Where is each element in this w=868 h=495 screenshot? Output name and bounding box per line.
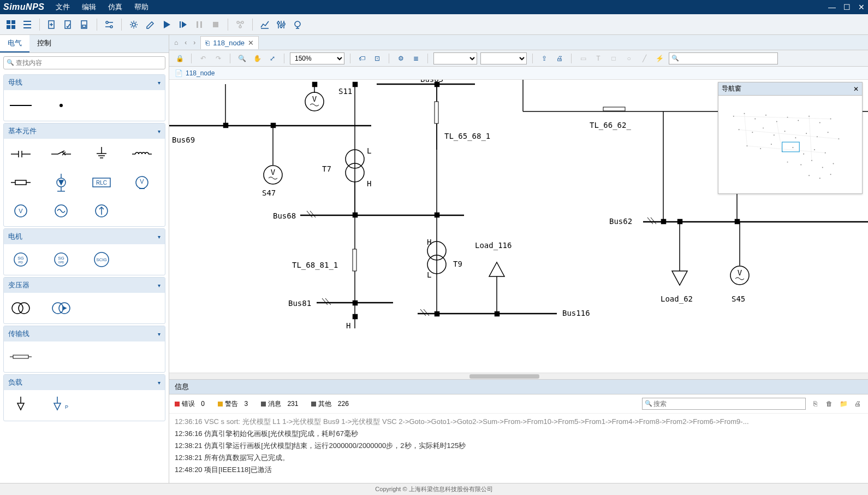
svg-line-166 [651,217,656,224]
target-icon[interactable]: ⊡ [371,52,383,64]
tab-electrical[interactable]: 电气 [0,35,29,52]
stop-icon[interactable] [209,18,222,31]
comp-sg1[interactable]: SGPD [7,249,34,270]
lock-icon[interactable]: 🔒 [174,52,186,64]
redo-icon[interactable]: ↷ [212,52,224,64]
comp-rlc[interactable]: RLC [88,172,115,193]
comp-loadcvp[interactable]: P [47,394,75,416]
category-machine[interactable]: 电机▾ [4,229,165,244]
comp-acsource[interactable] [47,200,75,222]
svg-point-200 [803,154,804,155]
step-icon[interactable] [176,18,189,31]
horizontal-scrollbar[interactable] [169,373,868,379]
comp-node[interactable] [47,95,75,116]
search-icon: 🔍 [7,59,14,66]
pause-icon[interactable] [193,18,206,31]
chart-icon[interactable] [258,18,271,31]
nav-close-icon[interactable]: ✕ [853,85,859,93]
list-icon[interactable] [21,18,34,31]
category-transformer[interactable]: 变压器▾ [4,278,165,293]
print-icon[interactable]: 🖨 [554,52,566,64]
navigation-window[interactable]: 导航窗✕ [718,82,863,194]
undo-icon[interactable]: ↶ [197,52,209,64]
new-file-icon[interactable] [45,18,58,31]
sliders-icon[interactable] [275,18,288,31]
export-icon[interactable]: ⇪ [538,52,550,64]
tab-prev-icon[interactable]: ‹ [183,39,188,46]
log-search-input[interactable] [642,398,806,410]
category-load[interactable]: 负载▾ [4,375,165,390]
filter-other[interactable]: 其他 226 [311,399,348,409]
comp-inductor[interactable] [128,143,156,165]
expand-icon[interactable]: ⤢ [266,52,278,64]
play-icon[interactable] [160,18,173,31]
edit-icon[interactable] [144,18,157,31]
copy-icon[interactable]: ⎘ [810,399,820,409]
comp-scig[interactable]: SCIG [88,249,115,270]
palette-search-input[interactable] [3,56,165,69]
editor-search-input[interactable] [669,52,778,64]
close-tab-icon[interactable]: ✕ [248,39,254,47]
svg-point-36 [295,21,300,27]
save-file-icon[interactable] [78,18,91,31]
tab-control[interactable]: 控制 [29,35,59,52]
comp-busbar[interactable] [7,95,34,116]
zoom-select[interactable]: 150% [290,52,344,64]
category-line[interactable]: 传输线▾ [4,326,165,341]
globe-icon[interactable] [291,18,304,31]
bolt-icon[interactable]: ⚡ [653,52,665,64]
settings-icon[interactable] [103,18,116,31]
comp-transformer3[interactable] [47,297,75,319]
minimize-icon[interactable]: — [828,3,836,11]
menu-help[interactable]: 帮助 [134,2,148,12]
comp-resistor[interactable] [7,172,34,193]
layers-icon[interactable]: ≣ [410,52,422,64]
close-icon[interactable]: ✕ [858,3,865,11]
dropdown2[interactable] [480,52,527,64]
tab-next-icon[interactable]: › [192,39,197,46]
comp-ground[interactable] [88,143,115,165]
status-bar: Copyright © 上海科梁信息科技股份有限公司 [0,483,868,495]
filter-warn[interactable]: 警告 3 [218,399,248,409]
menu-file[interactable]: 文件 [56,2,70,12]
gear-icon[interactable]: ⚙ [395,52,407,64]
gear-icon[interactable] [127,18,140,31]
menu-sim[interactable]: 仿真 [108,2,122,12]
grid-icon[interactable] [4,18,17,31]
category-basic[interactable]: 基本元件▾ [4,123,165,139]
svg-point-201 [814,149,815,150]
menu-edit[interactable]: 编辑 [82,2,96,12]
print-log-icon[interactable]: 🖨 [853,399,863,409]
comp-voltmeter2[interactable]: V [7,200,34,222]
comp-load[interactable] [7,394,34,416]
file-tab[interactable]: ⎗ 118_node ✕ [200,36,259,49]
comp-switch[interactable] [47,143,75,165]
zoom-icon[interactable]: 🔍 [236,52,248,64]
svg-rect-164 [735,220,739,223]
category-bus[interactable]: 母线▾ [4,75,165,90]
comp-currentsource[interactable] [88,200,115,222]
open-file-icon[interactable] [62,18,75,31]
filter-error[interactable]: 错误 0 [175,399,205,409]
comp-voltmeter[interactable]: V [128,172,156,193]
flow-icon[interactable] [234,18,247,31]
tab-home-icon[interactable]: ⌂ [173,39,180,46]
dropdown1[interactable] [433,52,477,64]
comp-line[interactable] [7,346,34,368]
tag-icon[interactable]: 🏷 [356,52,368,64]
log-output[interactable]: 12:36:16 VSC s sort: 光伏模型 L1 1->光伏模型 Bus… [169,414,868,483]
maximize-icon[interactable]: ☐ [843,3,851,11]
comp-transformer[interactable] [7,297,34,319]
circle-icon[interactable]: ○ [623,52,635,64]
line-tool-icon[interactable]: ╱ [638,52,650,64]
comp-capacitor[interactable] [7,143,34,165]
rect-icon[interactable]: □ [608,52,620,64]
comp-diode[interactable] [47,172,75,193]
comp-sg2[interactable]: SGOPD [47,249,75,270]
hand-icon[interactable]: ✋ [251,52,263,64]
image-icon[interactable]: ▭ [577,52,589,64]
folder-icon[interactable]: 📁 [839,399,848,409]
filter-msg[interactable]: 消息 231 [261,399,298,409]
text-icon[interactable]: T [592,52,604,64]
delete-icon[interactable]: 🗑 [824,399,834,409]
